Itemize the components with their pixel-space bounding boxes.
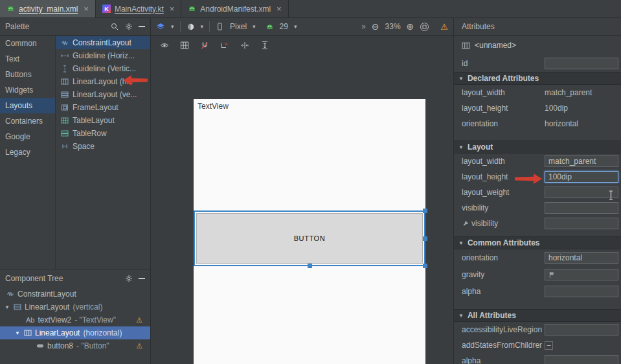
resize-handle-bottom-center[interactable] bbox=[308, 264, 312, 268]
attr-row-layout-width-declared[interactable]: layout_width match_parent bbox=[454, 85, 621, 100]
gear-icon[interactable] bbox=[124, 22, 133, 31]
chevron-down-icon[interactable]: ▾ bbox=[171, 23, 174, 30]
attr-row-orientation-declared[interactable]: orientation horizontal bbox=[454, 116, 621, 131]
warning-icon[interactable]: ⚠ bbox=[136, 342, 142, 350]
section-declared-attributes[interactable]: ▼ Declared Attributes bbox=[454, 72, 621, 85]
selected-linearlayout[interactable]: BUTTON bbox=[194, 210, 425, 266]
visibility-input[interactable] bbox=[545, 202, 618, 214]
tree-node-constraintlayout[interactable]: ConstraintLayout bbox=[0, 288, 150, 301]
close-icon[interactable]: × bbox=[170, 5, 175, 13]
tab-mainactivity-kt[interactable]: K MainActivity.kt × bbox=[96, 0, 181, 17]
attr-row-visibility: visibility bbox=[454, 200, 621, 216]
attr-value[interactable]: match_parent bbox=[545, 88, 592, 97]
layout-height-input[interactable]: 100dip bbox=[545, 171, 618, 183]
section-collapse-icon[interactable]: ▼ bbox=[458, 144, 464, 150]
device-selector[interactable]: Pixel bbox=[230, 22, 247, 31]
tree-expand-icon[interactable]: ▼ bbox=[14, 330, 21, 336]
palette-category-google[interactable]: Google bbox=[0, 129, 55, 144]
section-all-attributes[interactable]: ▼ All Attributes bbox=[454, 309, 621, 322]
id-input[interactable] bbox=[545, 58, 618, 69]
design-mode-icon[interactable] bbox=[156, 23, 165, 31]
search-icon[interactable] bbox=[110, 22, 119, 31]
zoom-in-icon[interactable]: ⊕ bbox=[407, 22, 414, 31]
palette-category-containers[interactable]: Containers bbox=[0, 113, 55, 129]
toolbar-overflow-icon[interactable]: » bbox=[361, 22, 366, 31]
palette-item-constraintlayout[interactable]: ConstraintLayout bbox=[56, 36, 150, 49]
layout-weight-input[interactable] bbox=[545, 187, 618, 198]
component-tree-title: Component Tree bbox=[5, 274, 63, 283]
attr-name: layout_width bbox=[462, 157, 542, 166]
chevron-down-icon[interactable]: ▾ bbox=[294, 23, 297, 30]
resize-handle-mid-right[interactable] bbox=[423, 236, 427, 241]
alpha-all-input[interactable] bbox=[545, 355, 618, 364]
palette-category-text[interactable]: Text bbox=[0, 51, 55, 67]
minimize-icon[interactable] bbox=[139, 26, 145, 27]
attr-value[interactable]: 100dip bbox=[545, 104, 568, 113]
tree-node-linearlayout-vertical[interactable]: ▼ LinearLayout (vertical) bbox=[0, 301, 150, 313]
zoom-out-icon[interactable]: ⊖ bbox=[372, 22, 379, 31]
layout-width-input[interactable]: match_parent bbox=[545, 155, 618, 167]
section-collapse-icon[interactable]: ▼ bbox=[458, 313, 464, 319]
tab-activity-main-xml[interactable]: activity_main.xml × bbox=[0, 0, 96, 17]
minimize-icon[interactable] bbox=[139, 278, 145, 279]
tree-node-button8[interactable]: button8 - "Button" ⚠ bbox=[0, 339, 150, 352]
chevron-down-icon[interactable]: ▾ bbox=[201, 23, 204, 30]
palette-item-tablelayout[interactable]: TableLayout bbox=[56, 114, 150, 127]
tools-visibility-input[interactable] bbox=[545, 218, 618, 229]
section-common-attributes[interactable]: ▼ Common Attributes bbox=[454, 236, 621, 249]
resize-handle-top-right[interactable] bbox=[423, 209, 427, 213]
addstatesfromchildren-checkbox[interactable]: – bbox=[545, 341, 553, 350]
canvas-textview[interactable]: TextView bbox=[198, 102, 229, 111]
palette-panel: Common Text Buttons Widgets Layouts Cont… bbox=[0, 36, 150, 269]
alpha-input[interactable] bbox=[545, 286, 618, 297]
accessibilityliveregion-input[interactable] bbox=[545, 324, 618, 336]
palette-item-tablerow[interactable]: TableRow bbox=[56, 127, 150, 140]
tree-node-linearlayout-horizontal[interactable]: ▼ LinearLayout (horizontal) bbox=[0, 326, 150, 339]
expand-vertical-icon[interactable] bbox=[260, 41, 269, 50]
device-canvas[interactable]: TextView BUTTON bbox=[194, 99, 425, 364]
palette-item-guideline-horizontal[interactable]: Guideline (Horiz... bbox=[56, 49, 150, 62]
autoconnect-off-icon[interactable] bbox=[200, 41, 209, 50]
orientation-input[interactable]: horizontal bbox=[545, 252, 618, 264]
pack-horizontal-icon[interactable] bbox=[240, 41, 249, 50]
zoom-to-fit-icon[interactable] bbox=[420, 22, 429, 32]
section-layout[interactable]: ▼ Layout bbox=[454, 141, 621, 154]
palette-item-linearlayout-vertical[interactable]: LinearLayout (ve... bbox=[56, 88, 150, 101]
palette-title: Palette bbox=[5, 22, 29, 31]
tree-node-textview2[interactable]: Ab textView2 - "TextView" ⚠ bbox=[0, 313, 150, 326]
blueprint-mode-icon[interactable] bbox=[180, 41, 189, 50]
section-collapse-icon[interactable]: ▼ bbox=[458, 240, 464, 246]
palette-item-guideline-vertical[interactable]: Guideline (Vertic... bbox=[56, 62, 150, 75]
palette-category-common[interactable]: Common bbox=[0, 36, 55, 51]
attr-name: orientation bbox=[462, 253, 542, 262]
section-title: Declared Attributes bbox=[468, 74, 539, 83]
tab-androidmanifest-xml[interactable]: AndroidManifest.xml × bbox=[181, 0, 288, 17]
palette-category-layouts[interactable]: Layouts bbox=[0, 98, 55, 113]
clear-constraints-icon[interactable] bbox=[220, 41, 229, 50]
attr-row-layout-height-declared[interactable]: layout_height 100dip bbox=[454, 100, 621, 116]
design-toolbar: ▾ ▾ Pixel ▾ 29 ▾ » ⊖ 33% ⊕ ⚠ bbox=[150, 18, 453, 36]
chevron-down-icon[interactable]: ▾ bbox=[253, 23, 256, 30]
view-options-icon[interactable] bbox=[160, 41, 169, 50]
close-icon[interactable]: × bbox=[277, 5, 282, 13]
section-collapse-icon[interactable]: ▼ bbox=[458, 76, 464, 82]
linearlayout-horizontal-icon bbox=[24, 329, 32, 337]
warning-icon[interactable]: ⚠ bbox=[136, 316, 142, 324]
palette-category-widgets[interactable]: Widgets bbox=[0, 82, 55, 98]
gear-icon[interactable] bbox=[124, 274, 133, 283]
tree-expand-icon[interactable]: ▼ bbox=[4, 304, 10, 310]
section-title: Layout bbox=[468, 142, 493, 152]
close-icon[interactable]: × bbox=[84, 5, 89, 13]
attr-value[interactable]: horizontal bbox=[545, 119, 578, 128]
canvas-button[interactable]: BUTTON bbox=[196, 213, 423, 264]
gravity-input[interactable] bbox=[545, 269, 618, 280]
theme-icon[interactable] bbox=[186, 23, 195, 31]
resize-handle-bottom-right[interactable] bbox=[423, 264, 427, 268]
palette-item-space[interactable]: Space bbox=[56, 140, 150, 153]
flag-icon[interactable] bbox=[548, 271, 555, 279]
palette-category-buttons[interactable]: Buttons bbox=[0, 67, 55, 82]
palette-item-framelayout[interactable]: FrameLayout bbox=[56, 101, 150, 114]
api-level-selector[interactable]: 29 bbox=[280, 22, 288, 31]
palette-category-legacy[interactable]: Legacy bbox=[0, 144, 55, 160]
warnings-indicator-icon[interactable]: ⚠ bbox=[440, 23, 448, 31]
